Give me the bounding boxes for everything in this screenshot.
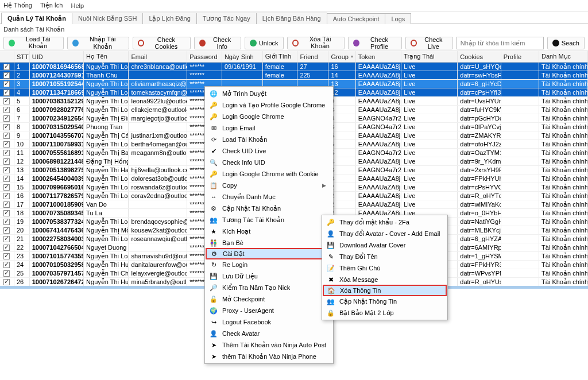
row-checkbox[interactable] xyxy=(3,219,10,225)
menu-item[interactable]: 👫Bạn Bè▶ xyxy=(206,237,332,249)
row-checkbox[interactable] xyxy=(3,201,10,208)
col-status[interactable]: Trạng Thái xyxy=(401,51,458,62)
tab-checkpoint[interactable]: Auto Checkpoint xyxy=(327,13,386,24)
col-profile[interactable]: Profile xyxy=(501,51,539,62)
col-dob[interactable]: Ngày Sinh xyxy=(222,51,263,62)
row-checkbox[interactable] xyxy=(3,253,10,259)
tab-ssh[interactable]: Nuôi Nick Bằng SSH xyxy=(72,13,143,24)
row-checkbox[interactable] xyxy=(3,176,10,182)
row-checkbox[interactable] xyxy=(3,245,10,251)
menu-item[interactable]: ✎Thay Đổi Tên xyxy=(323,251,446,262)
row-checkbox[interactable] xyxy=(3,236,10,242)
row-checkbox[interactable] xyxy=(3,72,10,79)
context-menu-main[interactable]: 🌐Mở Trình Duyệt🔑Login và Tạo Profile Goo… xyxy=(204,86,334,364)
menu-item[interactable]: ↻Re Login xyxy=(206,259,332,270)
col-group[interactable]: Group▾ xyxy=(328,51,355,62)
menu-utilities[interactable]: Tiện Ích xyxy=(40,2,63,9)
tab-accounts[interactable]: Quản Lý Tài Khoản xyxy=(1,13,72,24)
menu-icon: 🏠 xyxy=(327,286,335,294)
menu-item[interactable]: 🔑Thay đổi mật khẩu - 2Fa xyxy=(323,216,446,228)
menu-item[interactable]: ✖Xóa Message xyxy=(323,274,446,285)
menu-item[interactable]: 🔒Bật Bảo Mật 2 Lớp xyxy=(323,307,446,319)
row-checkbox[interactable] xyxy=(3,193,10,199)
row-checkbox[interactable] xyxy=(3,64,10,70)
menu-item[interactable]: 👤Thay đổi Avatar - Cover - Add Email xyxy=(323,228,446,239)
row-checkbox[interactable] xyxy=(3,81,10,87)
row-checkbox[interactable] xyxy=(3,115,10,122)
menu-item[interactable]: 🏠Xóa Thông Tin xyxy=(323,285,447,296)
row-checkbox[interactable] xyxy=(3,270,10,277)
menu-item[interactable]: 🔎Kiểm Tra Năm Tạo Nick xyxy=(206,282,332,293)
menu-item[interactable]: 🔍Check Info UID xyxy=(206,157,332,168)
table-row[interactable]: 2100071244307591Thanh Chu******female225… xyxy=(0,71,588,80)
col-uid[interactable]: UID xyxy=(30,51,84,62)
context-menu-settings[interactable]: 🔑Thay đổi mật khẩu - 2Fa👤Thay đổi Avatar… xyxy=(322,215,448,320)
row-checkbox[interactable] xyxy=(3,279,10,285)
table-row[interactable]: 1100070816946568Nguyễn Thi Loan…chre3nbl… xyxy=(0,63,588,71)
col-category[interactable]: Danh Mục xyxy=(539,51,588,62)
row-checkbox[interactable] xyxy=(3,141,10,148)
menu-item[interactable]: ✉Login Email xyxy=(206,122,332,134)
menu-item[interactable]: ↪Logout Facebook xyxy=(206,316,332,328)
menu-label: Logout Facebook xyxy=(222,319,271,325)
search-input[interactable] xyxy=(457,37,544,49)
menu-item[interactable]: 🔑Login Google Chrome with Cookie xyxy=(206,168,332,180)
menu-item[interactable]: 🔑Login Google Chrome xyxy=(206,111,332,122)
check-cookies-button[interactable]: Check Cookies xyxy=(133,37,191,49)
row-checkbox[interactable] xyxy=(3,150,10,156)
menu-help[interactable]: Help xyxy=(71,2,84,9)
tab-logs[interactable]: Logs xyxy=(385,13,411,24)
menu-item[interactable]: ➤Thêm Tài Khoản vào Ninja Auto Post xyxy=(206,339,332,351)
check-info-button[interactable]: Check Info xyxy=(194,37,241,49)
menu-item[interactable]: 🔓Mở Checkpoint▶ xyxy=(206,293,332,305)
menu-system[interactable]: Hệ Thống xyxy=(3,2,32,9)
menu-item[interactable]: 🔑Login và Tạo Profile Google Chrome xyxy=(206,99,332,111)
tab-sales[interactable]: Lịch Đăng Bán Hàng xyxy=(256,13,327,24)
row-checkbox[interactable] xyxy=(3,210,10,216)
menu-item[interactable]: ⟳Load Tài Khoản xyxy=(206,134,332,145)
row-checkbox[interactable] xyxy=(3,262,10,268)
tab-schedule[interactable]: Lập Lịch Đăng xyxy=(142,13,196,24)
menu-item[interactable]: 👥Cập Nhật Thông Tin xyxy=(323,296,446,307)
row-checkbox[interactable] xyxy=(3,227,10,234)
row-checkbox[interactable] xyxy=(3,184,10,191)
check-live-button[interactable]: Check Live xyxy=(405,37,453,49)
tab-interact[interactable]: Tương Tác Ngay xyxy=(196,13,257,24)
menu-item[interactable]: ⚙Cài Đặt▶ xyxy=(206,248,332,259)
menu-item[interactable]: 🌐Mở Trình Duyệt xyxy=(206,88,332,99)
col-email[interactable]: Email xyxy=(129,51,187,62)
menu-item[interactable]: ✔Check UID Live xyxy=(206,145,332,157)
load-accounts-button[interactable]: Load Tài Khoản xyxy=(3,37,64,49)
search-button[interactable]: Seach xyxy=(547,37,585,49)
col-gender[interactable]: Giới Tính xyxy=(263,51,298,62)
menu-bar[interactable]: Hệ Thống Tiện Ích Help xyxy=(0,0,588,11)
menu-item[interactable]: 📋Copy▶ xyxy=(206,180,332,191)
col-token[interactable]: Token xyxy=(356,51,401,62)
col-friend[interactable]: Friend xyxy=(297,51,328,62)
col-stt[interactable]: STT xyxy=(14,51,30,62)
menu-item[interactable]: 👤Check Avatar xyxy=(206,328,332,339)
menu-item[interactable]: ➤thêm Tài Khoản Vào Ninja Phone xyxy=(206,351,332,362)
unlock-button[interactable]: Unlock xyxy=(245,37,284,49)
check-profile-button[interactable]: Check Profile xyxy=(348,37,401,49)
menu-item[interactable]: ↔Chuyển Danh Mục xyxy=(206,191,332,203)
menu-item[interactable]: ★Kích Hoạt xyxy=(206,226,332,237)
row-checkbox[interactable] xyxy=(3,133,10,139)
row-checkbox[interactable] xyxy=(3,158,10,165)
menu-item[interactable]: 💾Download Avatar Cover xyxy=(323,239,446,251)
menu-item[interactable]: 💾Lưu Dữ Liệu▶ xyxy=(206,270,332,282)
row-checkbox[interactable] xyxy=(3,90,10,96)
menu-item[interactable]: 🌍Proxy - UserAgent▶ xyxy=(206,305,332,316)
import-accounts-button[interactable]: Nhập Tài Khoản xyxy=(67,37,129,49)
delete-account-button[interactable]: Xóa Tài Khoản xyxy=(287,37,345,49)
col-password[interactable]: Password xyxy=(187,51,222,62)
col-name[interactable]: Họ Tên xyxy=(84,51,129,62)
row-checkbox[interactable] xyxy=(3,107,10,113)
col-cookies[interactable]: Cookies xyxy=(458,51,501,62)
row-checkbox[interactable] xyxy=(3,167,10,173)
row-checkbox[interactable] xyxy=(3,98,10,104)
menu-item[interactable]: ⚙Cập Nhật Tài Khoản xyxy=(206,203,332,214)
menu-item[interactable]: 👥Tương Tác Tài Khoản▶ xyxy=(206,214,332,226)
menu-item[interactable]: 📝Thêm Ghi Chú xyxy=(323,262,446,274)
row-checkbox[interactable] xyxy=(3,124,10,130)
